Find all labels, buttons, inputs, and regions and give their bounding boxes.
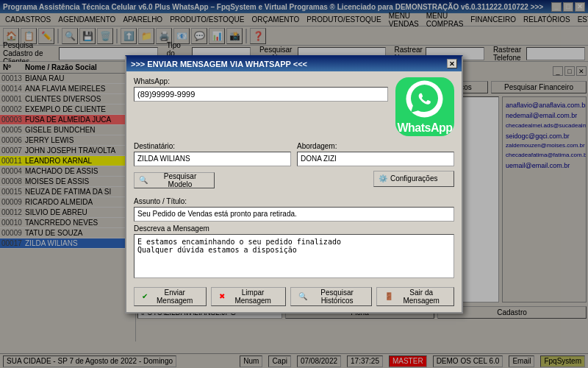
wa-header: WhatsApp: WhatsApp: [134, 77, 454, 136]
abordagem-field: Abordagem:: [297, 142, 454, 166]
pesquisar-historicos-btn[interactable]: 🔍 Pesquisar Históricos: [290, 287, 373, 306]
wa-logo-text: WhatsApp: [397, 121, 452, 135]
configuracoes-btn[interactable]: ⚙️ Configurações: [373, 171, 454, 187]
assunto-label: Assunto / Título:: [134, 197, 454, 205]
destinatario-field: Destinatário:: [134, 142, 291, 166]
abordagem-input[interactable]: [297, 152, 454, 166]
form-row-1: Destinatário: Abordagem:: [134, 142, 454, 166]
assunto-input[interactable]: [134, 207, 454, 222]
sair-mensagem-btn[interactable]: 🚪 Sair da Mensagem: [376, 287, 454, 306]
search-icon-2: 🔍: [298, 292, 307, 300]
abordagem-label: Abordagem:: [297, 142, 454, 150]
destinatario-label: Destinatário:: [134, 142, 291, 150]
pesquisar-modelo-btn[interactable]: 🔍 Pesquisar Modelo: [134, 172, 215, 188]
mensagem-area: Descreva a Mensagem E estamos encaminhan…: [134, 224, 454, 284]
modal-title-bar: >>> ENVIAR MENSAGEM VIA WHATSAPP <<< ✕: [126, 57, 462, 71]
limpar-mensagem-btn[interactable]: ✖ Limpar Mensagem: [211, 287, 285, 306]
wa-left: WhatsApp:: [134, 77, 388, 102]
assunto-area: Assunto / Título:: [134, 197, 454, 224]
modal-title: >>> ENVIAR MENSAGEM VIA WHATSAPP <<<: [131, 60, 307, 68]
modal-body: WhatsApp: WhatsApp: [126, 71, 462, 312]
enviar-mensagem-btn[interactable]: ✔ Enviar Mensagem: [134, 287, 207, 306]
gear-icon: ⚙️: [379, 174, 387, 183]
destinatario-input[interactable]: [134, 152, 291, 166]
mensagem-textarea[interactable]: E estamos encaminhando o seu pedido fina…: [134, 234, 454, 278]
exit-icon: 🚪: [384, 292, 393, 300]
x-icon: ✖: [219, 292, 225, 300]
wa-label: WhatsApp:: [134, 77, 388, 85]
search-icon: 🔍: [139, 176, 148, 184]
modal-overlay: >>> ENVIAR MENSAGEM VIA WHATSAPP <<< ✕ W…: [0, 0, 588, 368]
whatsapp-icon: [404, 79, 445, 119]
btn-row: 🔍 Pesquisar Modelo ⚙️ Configurações: [134, 171, 454, 193]
modal-close-button[interactable]: ✕: [447, 59, 457, 68]
whatsapp-modal: >>> ENVIAR MENSAGEM VIA WHATSAPP <<< ✕ W…: [125, 55, 463, 314]
check-icon: ✔: [142, 292, 148, 300]
wa-phone-input[interactable]: [134, 87, 388, 102]
modal-btn-row: ✔ Enviar Mensagem ✖ Limpar Mensagem 🔍 Pe…: [134, 287, 454, 306]
wa-logo: WhatsApp: [395, 77, 454, 136]
mensagem-label: Descreva a Mensagem: [134, 224, 454, 233]
